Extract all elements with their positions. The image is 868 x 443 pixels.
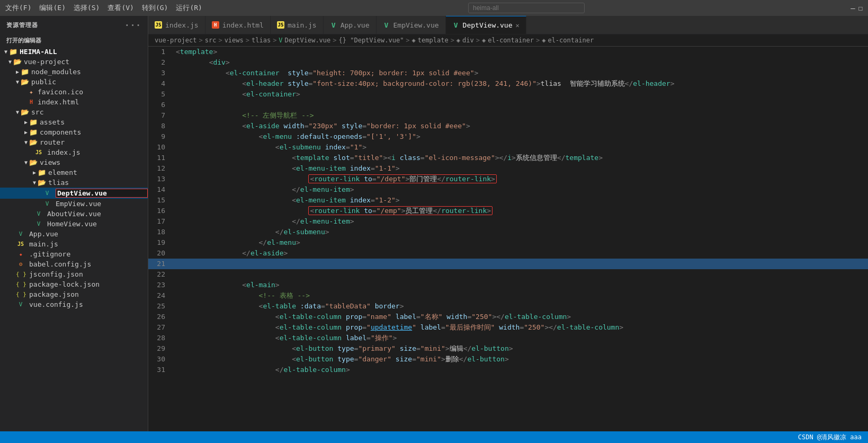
sidebar-item-package[interactable]: { } package.json — [0, 289, 148, 299]
tab-index-js[interactable]: JS index.js — [148, 16, 205, 34]
sidebar-item-package-lock[interactable]: { } package-lock.json — [0, 279, 148, 289]
code-line: 16 <router-link to="/emp">员工管理</router-l… — [148, 206, 868, 216]
menu-select[interactable]: 选择(S) — [74, 3, 100, 13]
tab-close-icon[interactable]: ✕ — [516, 22, 520, 29]
sidebar-item-main-js[interactable]: JS main.js — [0, 239, 148, 249]
tab-deptview[interactable]: V DeptView.vue ✕ — [446, 16, 526, 34]
code-line: 8 <el-aside width="230px" style="border:… — [148, 121, 868, 131]
folder-open-icon: 📂 — [29, 138, 38, 146]
search-input[interactable] — [468, 3, 585, 13]
sidebar-item-router-index[interactable]: JS index.js — [0, 147, 148, 157]
code-editor[interactable]: 1 <template> 2 <div> 3 <el-container sty… — [148, 47, 868, 431]
window-minimize-icon[interactable]: ‒ — [851, 4, 855, 12]
tab-label: App.vue — [341, 21, 370, 29]
sidebar-item-element[interactable]: ▶ 📁 element — [0, 167, 148, 178]
tab-index-html[interactable]: H index.html — [205, 16, 271, 34]
sidebar-item-babel[interactable]: ⚙ babel.config.js — [0, 259, 148, 269]
tab-empview[interactable]: V EmpView.vue — [377, 16, 446, 34]
sidebar-item-vue-project[interactable]: ▼ 📂 vue-project — [0, 57, 148, 67]
code-line: 23 <el-main> — [148, 280, 868, 290]
vue-icon: V — [34, 210, 43, 217]
chevron-down-icon: ▼ — [4, 49, 7, 55]
sidebar-item-router[interactable]: ▼ 📂 router — [0, 137, 148, 147]
sidebar-item-public[interactable]: ▼ 📂 public — [0, 77, 148, 87]
sidebar: 资源管理器 ··· 打开的编辑器 ▼ 📁 HEIMA-ALL ▼ 📂 vue-p… — [0, 16, 148, 431]
sidebar-item-app-vue[interactable]: V App.vue — [0, 229, 148, 239]
code-line: 13 <router-link to="/dept">部门管理</router-… — [148, 174, 868, 184]
tab-bar: JS index.js H index.html JS main.js V Ap… — [148, 16, 868, 34]
sidebar-item-empview[interactable]: V EmpView.vue — [0, 199, 148, 209]
menu-run[interactable]: 运行(R) — [176, 3, 202, 13]
vue-tab-icon: V — [452, 22, 460, 29]
sidebar-item-deptview[interactable]: V DeptView.vue — [0, 188, 148, 199]
chevron-right-icon: ▶ — [16, 69, 19, 75]
tab-main-js[interactable]: JS main.js — [271, 16, 324, 34]
folder-open-icon: 📂 — [20, 78, 30, 86]
code-line: 24 <!-- 表格 --> — [148, 290, 868, 301]
breadcrumb: vue-project > src > views > tlias > V De… — [148, 34, 868, 47]
sidebar-item-node-modules[interactable]: ▶ 📁 node_modules — [0, 67, 148, 77]
chevron-down-icon: ▼ — [16, 109, 19, 115]
editor-area: JS index.js H index.html JS main.js V Ap… — [148, 16, 868, 431]
code-line: 27 <el-table-column prop="updatetime" la… — [148, 322, 868, 333]
breadcrumb-sep: > — [199, 37, 202, 44]
menu-bar: 文件(F) 编辑(E) 选择(S) 查看(V) 转到(G) 运行(R) ‒ ☐ — [0, 0, 868, 16]
sidebar-item-components[interactable]: ▶ 📁 components — [0, 127, 148, 137]
menu-view[interactable]: 查看(V) — [108, 3, 133, 13]
sidebar-item-index-html[interactable]: H index.html — [0, 97, 148, 107]
folder-icon: 📁 — [8, 48, 18, 56]
json-icon: { } — [16, 271, 25, 278]
sidebar-item-views[interactable]: ▼ 📂 views — [0, 157, 148, 167]
sidebar-item-src[interactable]: ▼ 📂 src — [0, 107, 148, 117]
sidebar-item-jsconfig[interactable]: { } jsconfig.json — [0, 269, 148, 279]
vue-tab-icon: V — [383, 21, 390, 29]
code-line: 25 <el-table :data="tableData" border> — [148, 301, 868, 312]
tab-app-vue[interactable]: V App.vue — [324, 16, 377, 34]
html-icon: H — [26, 99, 36, 105]
code-line: 9 <el-menu :default-openeds="['1', '3']"… — [148, 131, 868, 142]
breadcrumb-vue-icon: V — [279, 37, 282, 44]
code-line: 28 <el-table-column label="操作"> — [148, 333, 868, 343]
js-icon: JS — [34, 149, 43, 155]
sidebar-item-gitignore[interactable]: ⬥ .gitignore — [0, 249, 148, 259]
vue-tab-icon: V — [330, 21, 337, 29]
code-line: 3 <el-container style="height: 700px; bo… — [148, 68, 868, 78]
menu-goto[interactable]: 转到(G) — [142, 3, 168, 13]
sidebar-dots[interactable]: ··· — [124, 20, 141, 30]
chevron-right-icon: ▶ — [33, 170, 36, 175]
code-line: 4 <el-header style="font-size:40px; back… — [148, 78, 868, 89]
tab-label: DeptView.vue — [463, 21, 513, 29]
sidebar-item-favicon[interactable]: ✦ favicon.ico — [0, 87, 148, 97]
code-line: 11 <template slot="title"><i class="el-i… — [148, 153, 868, 163]
chevron-down-icon: ▼ — [24, 160, 28, 165]
code-line: 22 — [148, 269, 868, 280]
window-maximize-icon[interactable]: ☐ — [858, 4, 863, 12]
code-line: 14 </el-menu-item> — [148, 184, 868, 195]
tree-root[interactable]: ▼ 📁 HEIMA-ALL — [0, 47, 148, 57]
chevron-down-icon: ▼ — [16, 79, 19, 85]
code-line: 26 <el-table-column prop="name" label="名… — [148, 312, 868, 322]
sidebar-item-tlias[interactable]: ▼ 📂 tlias — [0, 178, 148, 188]
folder-open-icon: 📂 — [13, 58, 22, 66]
menu-file[interactable]: 文件(F) — [5, 3, 31, 13]
chevron-right-icon: ▶ — [24, 119, 28, 125]
code-line: 20 </el-aside> — [148, 248, 868, 259]
sidebar-item-vue-config[interactable]: V vue.config.js — [0, 299, 148, 309]
menu-edit[interactable]: 编辑(E) — [39, 3, 65, 13]
image-icon: ✦ — [26, 88, 36, 96]
chevron-down-icon: ▼ — [8, 59, 12, 65]
code-line: 31 </el-table-column> — [148, 365, 868, 375]
tab-label: index.html — [222, 21, 264, 29]
vue-icon: V — [16, 231, 25, 237]
code-line: 18 </el-submenu> — [148, 227, 868, 237]
folder-icon: 📁 — [29, 118, 38, 126]
code-line: 12 <el-menu-item index="1-1"> — [148, 163, 868, 174]
code-line-cursor[interactable]: 21 — [148, 259, 868, 269]
folder-open-icon: 📂 — [29, 158, 38, 166]
git-icon: ⬥ — [16, 251, 25, 258]
config-icon: ⚙ — [16, 261, 25, 268]
sidebar-item-aboutview[interactable]: V AboutView.vue — [0, 209, 148, 219]
folder-icon: 📁 — [20, 68, 30, 76]
sidebar-item-homeview[interactable]: V HomeView.vue — [0, 219, 148, 229]
sidebar-item-assets[interactable]: ▶ 📁 assets — [0, 117, 148, 127]
